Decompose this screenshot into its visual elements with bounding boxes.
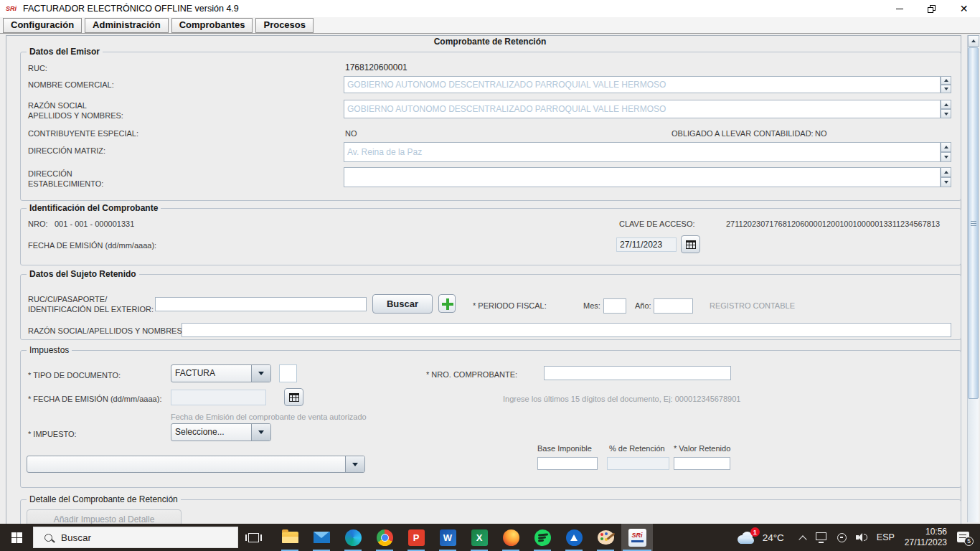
sujeto-ruc-field[interactable] <box>155 297 367 311</box>
tray-sync-icon[interactable] <box>837 533 847 542</box>
impuesto-value: Seleccione... <box>171 424 251 441</box>
taskbar-excel[interactable]: X <box>463 524 495 551</box>
group-title-detalle: Detalle del Comprobante de Retención <box>27 494 181 504</box>
nombre-comercial-spinner[interactable] <box>941 76 951 93</box>
blue-circle-app-icon <box>566 529 583 546</box>
minimize-icon <box>896 9 903 9</box>
sujeto-razon-field[interactable] <box>182 323 951 337</box>
nro-comprobante-field[interactable] <box>544 366 731 380</box>
direccion-estab-spinner[interactable] <box>941 167 951 187</box>
taskbar-pdf-app[interactable]: P <box>400 524 432 551</box>
app-logo-icon: SRi <box>6 5 17 12</box>
taskbar-file-explorer[interactable] <box>274 524 306 551</box>
menu-procesos[interactable]: Procesos <box>255 18 314 33</box>
restore-button[interactable] <box>915 0 948 17</box>
taskbar-blue-circle-app[interactable] <box>558 524 590 551</box>
clave-acceso-value: 2711202307176812060000120010010000013311… <box>726 220 940 228</box>
scrollbar-up-button[interactable] <box>968 35 979 47</box>
spinner-down-icon[interactable] <box>941 152 951 162</box>
fecha-emision-field[interactable] <box>616 237 677 252</box>
periodo-fiscal-label: * PERIODO FISCAL: <box>473 301 547 310</box>
menu-administracion[interactable]: Administración <box>85 18 169 33</box>
vertical-scrollbar[interactable] <box>967 35 979 522</box>
weather-widget[interactable]: 1 <box>737 529 758 545</box>
taskbar-paint[interactable] <box>590 524 621 551</box>
nombre-comercial-label: NOMBRE COMERCIAL: <box>28 80 114 89</box>
valor-retenido-field[interactable] <box>674 457 730 470</box>
notification-center-button[interactable]: 5 <box>957 532 971 544</box>
spotify-icon <box>534 529 551 546</box>
impuesto-calendar-button[interactable] <box>284 388 303 406</box>
valor-retenido-label: * Valor Retenido <box>674 444 730 453</box>
notification-badge: 5 <box>964 537 974 546</box>
direccion-matriz-label: DIRECCIÓN MATRIZ: <box>28 146 105 155</box>
scrollbar-thumb[interactable] <box>968 47 979 399</box>
razon-social-label-2: APELLIDOS Y NOMBRES: <box>28 111 123 120</box>
add-sujeto-button[interactable] <box>438 294 456 313</box>
anio-field[interactable] <box>654 298 693 314</box>
calendar-icon <box>289 393 299 402</box>
volume-icon[interactable] <box>856 532 868 542</box>
clock[interactable]: 10:56 27/11/2023 <box>905 527 947 548</box>
tipo-documento-value: FACTURA <box>171 365 251 382</box>
start-button[interactable] <box>0 524 33 551</box>
spinner-up-icon[interactable] <box>941 100 951 109</box>
spinner-up-icon[interactable] <box>941 167 951 177</box>
mail-icon <box>314 532 330 543</box>
combo-arrow-icon[interactable] <box>345 456 364 472</box>
tipo-documento-combo[interactable]: FACTURA <box>171 364 271 382</box>
time-label: 10:56 <box>905 527 947 537</box>
aniadir-impuesto-button[interactable]: Añadir Impuesto al Detalle <box>27 509 182 524</box>
direccion-matriz-field[interactable] <box>344 142 941 162</box>
impuesto-fecha-field[interactable] <box>171 390 266 405</box>
clave-acceso-label: CLAVE DE ACCESO: <box>619 220 695 228</box>
combo-arrow-icon[interactable] <box>251 365 270 382</box>
direccion-estab-field[interactable] <box>344 167 941 187</box>
mes-field[interactable] <box>603 298 626 314</box>
taskbar-chrome[interactable] <box>369 524 400 551</box>
tray-expand-chevron-icon[interactable] <box>798 535 806 543</box>
menu-configuracion[interactable]: Configuración <box>3 18 82 33</box>
razon-social-field[interactable] <box>344 100 941 118</box>
razon-social-spinner[interactable] <box>941 100 951 118</box>
buscar-button[interactable]: Buscar <box>372 294 433 314</box>
group-title-sujeto: Datos del Sujeto Retenido <box>27 269 139 279</box>
taskbar-sri-app[interactable]: SRi <box>621 524 653 551</box>
spinner-up-icon[interactable] <box>941 76 951 85</box>
taskbar-search[interactable]: Buscar <box>33 527 238 548</box>
tipo-documento-code-box[interactable] <box>279 364 297 382</box>
language-indicator[interactable]: ESP <box>877 532 895 542</box>
temperature-label[interactable]: 24°C <box>763 532 784 543</box>
obligado-label: OBLIGADO A LLEVAR CONTABILIDAD: <box>672 129 814 138</box>
screen: SRi FACTURADOR ELECTRÓNICO OFFLINE versi… <box>0 0 980 551</box>
nombre-comercial-field[interactable] <box>344 76 941 93</box>
spinner-down-icon[interactable] <box>941 177 951 187</box>
minimize-button[interactable] <box>883 0 915 17</box>
spinner-down-icon[interactable] <box>941 85 951 93</box>
spinner-up-icon[interactable] <box>941 142 951 152</box>
impuesto-combo[interactable]: Seleccione... <box>171 423 271 441</box>
taskbar-edge[interactable] <box>337 524 369 551</box>
task-view-button[interactable] <box>238 524 268 551</box>
direccion-matriz-spinner[interactable] <box>941 142 951 162</box>
taskbar-spotify[interactable] <box>527 524 558 551</box>
group-impuestos: Impuestos * TIPO DE DOCUMENTO: FACTURA *… <box>20 350 961 488</box>
main-content: Comprobante de Retención Datos del Emiso… <box>0 34 980 524</box>
spinner-down-icon[interactable] <box>941 109 951 118</box>
calendar-button[interactable] <box>681 235 700 253</box>
taskbar-firefox[interactable] <box>495 524 527 551</box>
menu-comprobantes[interactable]: Comprobantes <box>171 18 253 33</box>
close-button[interactable]: ✕ <box>948 0 980 17</box>
combo-arrow-icon[interactable] <box>251 424 270 441</box>
direccion-estab-label-1: DIRECCIÓN <box>28 169 72 178</box>
taskbar-mail[interactable] <box>306 524 337 551</box>
pct-retencion-field[interactable] <box>607 457 669 470</box>
network-icon[interactable] <box>816 532 827 543</box>
ruc-label: RUC: <box>28 64 47 72</box>
taskbar-word[interactable]: W <box>432 524 463 551</box>
group-title-impuestos: Impuestos <box>27 345 72 355</box>
sujeto-ruc-label-1: RUC/CI/PASAPORTE/ <box>28 295 107 303</box>
base-imponible-field[interactable] <box>537 457 598 470</box>
codigo-retencion-combo[interactable] <box>27 456 365 473</box>
sujeto-ruc-label-2: IDENTIFICACIÓN DEL EXTERIOR: <box>28 305 154 314</box>
